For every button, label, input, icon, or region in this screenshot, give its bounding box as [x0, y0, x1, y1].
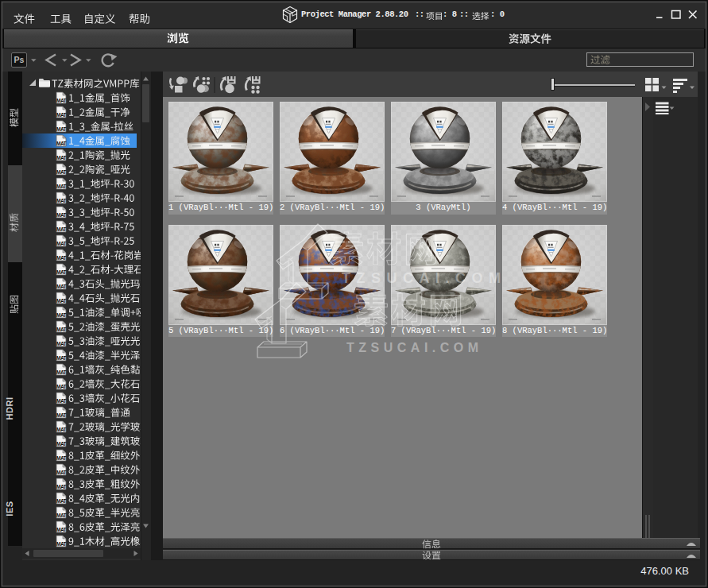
svg-text:MAT: MAT	[56, 541, 67, 547]
svg-text:MAT: MAT	[56, 470, 67, 475]
svg-text:MAT: MAT	[56, 527, 67, 532]
svg-text:MAT: MAT	[56, 112, 67, 118]
svg-text:MAT: MAT	[56, 255, 67, 261]
svg-text:MAT: MAT	[56, 184, 67, 189]
svg-text:MAT: MAT	[56, 269, 67, 275]
svg-text:MAT: MAT	[56, 427, 67, 432]
svg-text:MAT: MAT	[56, 298, 67, 304]
svg-text:MAT: MAT	[56, 312, 67, 318]
svg-text:MAT: MAT	[56, 341, 67, 346]
svg-text:MAT: MAT	[56, 169, 67, 175]
svg-text:MAT: MAT	[56, 241, 67, 246]
svg-text:MAT: MAT	[56, 226, 67, 232]
svg-text:MAT: MAT	[56, 284, 67, 289]
svg-text:MAT: MAT	[56, 98, 67, 103]
svg-text:MAT: MAT	[56, 355, 67, 361]
svg-text:MAT: MAT	[56, 498, 67, 504]
svg-text:MAT: MAT	[56, 455, 67, 461]
svg-text:MAT: MAT	[56, 513, 67, 518]
svg-text:MAT: MAT	[56, 398, 67, 404]
svg-text:MAT: MAT	[56, 126, 67, 132]
svg-text:MAT: MAT	[56, 141, 67, 146]
svg-text:MAT: MAT	[56, 412, 67, 418]
svg-text:MAT: MAT	[56, 327, 67, 332]
svg-text:MAT: MAT	[56, 212, 67, 218]
svg-text:MAT: MAT	[56, 484, 67, 489]
svg-text:MAT: MAT	[56, 369, 67, 375]
svg-text:MAT: MAT	[56, 441, 67, 447]
svg-text:MAT: MAT	[56, 198, 67, 203]
svg-text:MAT: MAT	[56, 384, 67, 389]
svg-text:MAT: MAT	[56, 155, 67, 161]
